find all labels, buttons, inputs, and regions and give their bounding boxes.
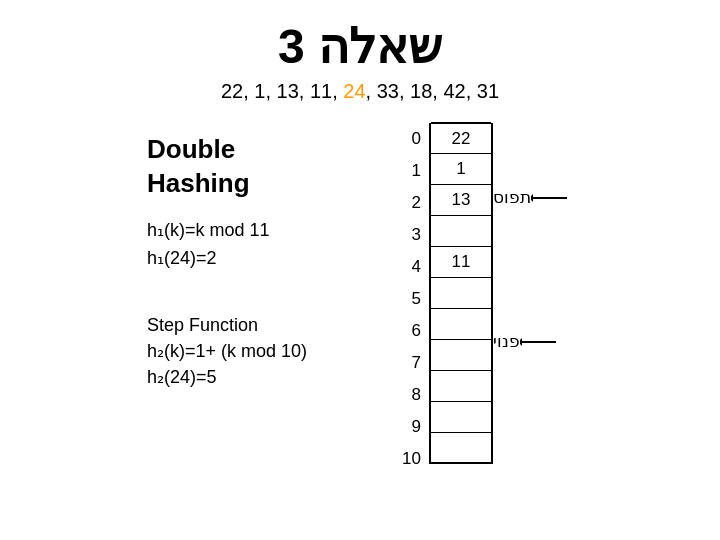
index-9: 9 [397,411,425,443]
index-6: 6 [397,315,425,347]
subtitle-after: , 33, 18, 42, 31 [366,80,499,102]
subtitle: 22, 1, 13, 11, 24, 33, 18, 42, 31 [0,80,720,103]
occupied-annotation: תפוס [493,187,575,208]
occupied-arrow [531,191,569,205]
cell-7 [431,339,491,371]
index-5: 5 [397,283,425,315]
subtitle-highlight: 24 [343,80,365,102]
index-1: 1 [397,155,425,187]
cell-1: 1 [431,153,491,185]
cell-6 [431,308,491,340]
cell-5 [431,277,491,309]
index-0: 0 [397,123,425,155]
cell-2: 13 [431,184,491,216]
h2-formula: h₂(k)=1+ (k mod 10) [147,340,367,362]
svg-marker-1 [531,194,533,202]
index-7: 7 [397,347,425,379]
h1-formula: h₁(k)=k mod 11 [147,219,367,241]
index-8: 8 [397,379,425,411]
index-4: 4 [397,251,425,283]
svg-marker-3 [520,338,522,346]
subtitle-before: 22, 1, 13, 11, [221,80,343,102]
cell-4: 11 [431,246,491,278]
index-3: 3 [397,219,425,251]
free-arrow [520,335,558,349]
cell-0: 22 [431,122,491,154]
cell-3 [431,215,491,247]
free-annotation: פנוי [493,331,564,352]
free-label: פנוי [493,331,520,352]
step-function-label: Step Function [147,315,367,336]
cell-9 [431,401,491,433]
index-10: 10 [397,443,425,475]
index-column: 0 1 2 3 4 5 6 7 8 9 10 [397,123,425,475]
cell-10 [431,432,491,464]
h2-24: h₂(24)=5 [147,366,367,388]
index-2: 2 [397,187,425,219]
cell-8 [431,370,491,402]
hash-table-area: 0 1 2 3 4 5 6 7 8 9 10 22 1 13 11 [397,123,613,475]
h1-24: h₁(24)=2 [147,247,367,269]
page-title: שאלה 3 [0,18,720,74]
occupied-label: תפוס [493,187,531,208]
double-hashing-label: DoubleHashing [147,133,367,201]
hash-table: 22 1 13 11 [429,123,493,464]
